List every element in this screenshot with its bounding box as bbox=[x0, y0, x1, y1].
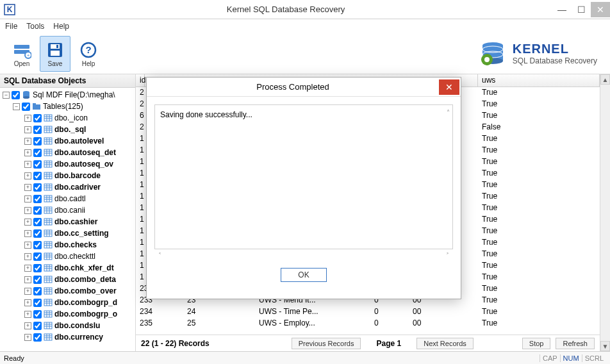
tree-checkbox[interactable] bbox=[22, 103, 30, 111]
tree-table-label: dbo.cadriver bbox=[54, 183, 101, 192]
cell-id-frag: 1 bbox=[136, 191, 145, 202]
table-icon bbox=[44, 240, 53, 249]
dialog-close-button[interactable]: ✕ bbox=[439, 79, 459, 95]
tree-table-item[interactable]: +dbo.checkttl bbox=[0, 251, 135, 262]
tree-table-item[interactable]: +dbo._icon bbox=[0, 112, 135, 124]
tree-checkbox[interactable] bbox=[33, 241, 42, 249]
tree-table-item[interactable]: +dbo.combogrp_d bbox=[0, 297, 135, 308]
previous-records-button[interactable]: Previous Records bbox=[292, 338, 361, 349]
help-button[interactable]: ? Help bbox=[73, 36, 104, 72]
msg-scroll-left-icon[interactable]: ˂ bbox=[158, 252, 161, 259]
cell-uws: True bbox=[478, 203, 600, 213]
process-completed-dialog: Process Completed ✕ Saving done successf… bbox=[146, 77, 461, 299]
tree-table-item[interactable]: +dbo.combo_over bbox=[0, 285, 135, 297]
cell-id-frag: 1 bbox=[136, 145, 145, 156]
vertical-scrollbar[interactable]: ▲ ▼ bbox=[600, 74, 610, 351]
tree-checkbox[interactable] bbox=[33, 137, 42, 145]
tree-checkbox[interactable] bbox=[33, 114, 42, 122]
tree-table-item[interactable]: +dbo.checks bbox=[0, 239, 135, 251]
help-label: Help bbox=[82, 60, 95, 67]
tree-checkbox[interactable] bbox=[33, 299, 42, 307]
tree-table-item[interactable]: +dbo.autolevel bbox=[0, 135, 135, 147]
tree-table-item[interactable]: +dbo.condslu bbox=[0, 320, 135, 331]
save-button[interactable]: Save bbox=[40, 36, 70, 72]
tree-checkbox[interactable] bbox=[33, 160, 42, 169]
tree-tables-group[interactable]: −Tables(125) bbox=[0, 101, 135, 112]
svg-rect-22 bbox=[491, 59, 493, 60]
cell-id-frag: 1 bbox=[136, 226, 145, 236]
tree-checkbox[interactable] bbox=[33, 310, 42, 318]
svg-rect-27 bbox=[33, 103, 36, 105]
tree-checkbox[interactable] bbox=[33, 172, 42, 180]
tree-checkbox[interactable] bbox=[33, 229, 42, 238]
cell-id-frag: 1 bbox=[136, 156, 145, 167]
tree-table-item[interactable]: +dbo.autoseq_det bbox=[0, 147, 135, 158]
minimize-button[interactable]: — bbox=[552, 2, 572, 17]
refresh-button[interactable]: Refresh bbox=[556, 338, 595, 349]
tree-table-label: dbo.canii bbox=[54, 206, 85, 215]
tree-checkbox[interactable] bbox=[33, 287, 42, 295]
msg-scroll-up-icon[interactable]: ˄ bbox=[447, 109, 450, 116]
tree-checkbox[interactable] bbox=[33, 252, 42, 261]
tree-table-label: dbo.currency bbox=[54, 333, 103, 342]
svg-rect-26 bbox=[33, 104, 40, 110]
tree[interactable]: −Sql MDF File(D:\megha\−Tables(125)+dbo.… bbox=[0, 88, 135, 351]
tree-table-label: dbo.condslu bbox=[54, 321, 100, 330]
cell-uws: True bbox=[478, 283, 600, 294]
tree-table-item[interactable]: +dbo.currency bbox=[0, 331, 135, 343]
tree-checkbox[interactable] bbox=[33, 322, 42, 330]
cell-uws: True bbox=[478, 110, 600, 121]
menu-file[interactable]: File bbox=[5, 22, 17, 31]
tree-checkbox[interactable] bbox=[33, 206, 42, 215]
menu-help[interactable]: Help bbox=[53, 22, 69, 31]
cell-id-frag: 1 bbox=[136, 203, 145, 213]
tree-checkbox[interactable] bbox=[33, 149, 42, 157]
tree-table-item[interactable]: +dbo.cadriver bbox=[0, 181, 135, 193]
open-icon: + bbox=[12, 40, 32, 60]
statusbar: Ready CAP NUM SCRL bbox=[0, 351, 610, 364]
tree-checkbox[interactable] bbox=[33, 195, 42, 203]
scroll-up-icon[interactable]: ▲ bbox=[600, 74, 610, 85]
table-row[interactable]: 23525UWS - Employ...000True bbox=[136, 318, 600, 329]
table-icon bbox=[44, 263, 53, 272]
tree-table-item[interactable]: +dbo.combogrp_o bbox=[0, 308, 135, 320]
scroll-down-icon[interactable]: ▼ bbox=[600, 341, 610, 351]
tree-checkbox[interactable] bbox=[33, 333, 42, 342]
tree-checkbox[interactable] bbox=[33, 126, 42, 134]
tree-table-item[interactable]: +dbo.barcode bbox=[0, 170, 135, 181]
ok-button[interactable]: OK bbox=[281, 268, 326, 282]
tree-table-item[interactable]: +dbo.cadtl bbox=[0, 193, 135, 204]
tree-table-item[interactable]: +dbo.cc_setting bbox=[0, 228, 135, 239]
close-button[interactable]: ✕ bbox=[591, 2, 610, 17]
next-records-button[interactable]: Next Records bbox=[416, 338, 474, 349]
menu-tools[interactable]: Tools bbox=[26, 22, 44, 31]
tree-table-item[interactable]: +dbo.cashier bbox=[0, 216, 135, 228]
tree-table-item[interactable]: +dbo.combo_deta bbox=[0, 274, 135, 285]
maximize-button[interactable]: ☐ bbox=[572, 2, 591, 17]
table-row[interactable]: 23424UWS - Time Pe...000True bbox=[136, 306, 600, 318]
stop-button[interactable]: Stop bbox=[522, 338, 551, 349]
tree-checkbox[interactable] bbox=[33, 264, 42, 272]
tree-table-item[interactable]: +dbo.autoseq_ov bbox=[0, 158, 135, 170]
tree-table-label: dbo.checks bbox=[54, 240, 97, 249]
tree-checkbox[interactable] bbox=[33, 276, 42, 284]
cell-id-frag: 2 bbox=[136, 122, 145, 133]
tree-checkbox[interactable] bbox=[12, 91, 20, 99]
cell-name: UWS - Time Pe... bbox=[255, 306, 370, 317]
tree-table-item[interactable]: +dbo.canii bbox=[0, 204, 135, 216]
col-id-left[interactable]: id bbox=[136, 74, 145, 87]
cell-id-frag: 1 bbox=[136, 133, 145, 144]
tree-table-item[interactable]: +dbo.chk_xfer_dt bbox=[0, 262, 135, 274]
col-uws[interactable]: uws bbox=[478, 74, 600, 87]
dialog-titlebar: Process Completed ✕ bbox=[147, 78, 461, 97]
open-button[interactable]: + Open bbox=[6, 36, 37, 72]
tree-checkbox[interactable] bbox=[33, 218, 42, 226]
cell-uws: True bbox=[478, 191, 600, 202]
cell-uws: True bbox=[478, 214, 600, 225]
tree-table-item[interactable]: +dbo._sql bbox=[0, 124, 135, 135]
svg-rect-78 bbox=[44, 230, 52, 236]
msg-scroll-right-icon[interactable]: ˃ bbox=[446, 252, 449, 259]
tree-checkbox[interactable] bbox=[33, 183, 42, 192]
tree-table-label: dbo.autolevel bbox=[54, 136, 104, 145]
tree-root[interactable]: −Sql MDF File(D:\megha\ bbox=[0, 89, 135, 101]
